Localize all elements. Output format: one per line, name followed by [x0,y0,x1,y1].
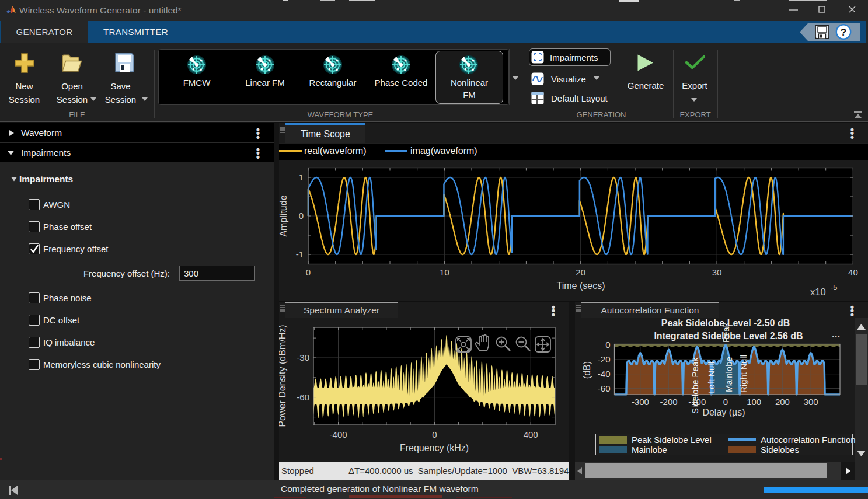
svg-text:300: 300 [804,397,818,407]
svg-text:Time (secs): Time (secs) [557,281,605,291]
svg-text:-200: -200 [660,397,678,407]
svg-text:-60: -60 [598,383,611,393]
svg-text:x10: x10 [810,287,826,297]
svg-text:10: 10 [440,267,449,277]
svg-text:Peak Sidelobe Level: Peak Sidelobe Level [632,435,712,445]
svg-text:Mainlobe: Mainlobe [632,445,667,455]
svg-text:-40: -40 [598,369,611,379]
svg-text:100: 100 [747,397,761,407]
svg-text:400: 400 [524,430,538,439]
svg-text:(dB): (dB) [582,361,592,379]
svg-text:Power Density (dBm/Hz): Power Density (dBm/Hz) [279,324,287,427]
svg-text:Autocorrelation Function: Autocorrelation Function [761,435,856,445]
svg-text:Right Null: Right Null [738,355,748,393]
svg-text:Sidelobes: Sidelobes [761,445,799,455]
svg-text:Delay (µs): Delay (µs) [702,407,745,417]
svg-text:0: 0 [432,430,437,439]
svg-text:-60: -60 [297,392,309,402]
svg-text:0: 0 [723,397,728,407]
svg-text:Frequency (kHz): Frequency (kHz) [400,443,469,453]
svg-text:Mainlobe: Mainlobe [724,357,734,392]
svg-text:-1: -1 [296,249,304,259]
svg-text:Sidelobe Peak: Sidelobe Peak [690,357,700,414]
svg-text:0: 0 [605,340,610,350]
svg-text:Left Null: Left Null [706,362,716,394]
svg-text:1: 1 [299,172,304,182]
svg-text:...: ... [832,329,840,340]
svg-text:-20: -20 [598,354,611,364]
svg-text:Peak: Peak [721,322,731,343]
svg-text:30: 30 [712,267,722,277]
svg-text:40: 40 [848,267,858,277]
svg-text:Amplitude: Amplitude [279,195,288,236]
svg-text:20: 20 [576,267,585,277]
svg-text:-5: -5 [831,283,838,292]
svg-text:0: 0 [299,211,304,221]
svg-text:200: 200 [775,397,790,407]
svg-text:-30: -30 [297,353,309,362]
svg-text:-400: -400 [330,430,347,439]
svg-text:0: 0 [306,267,311,277]
svg-text:-300: -300 [632,397,649,407]
